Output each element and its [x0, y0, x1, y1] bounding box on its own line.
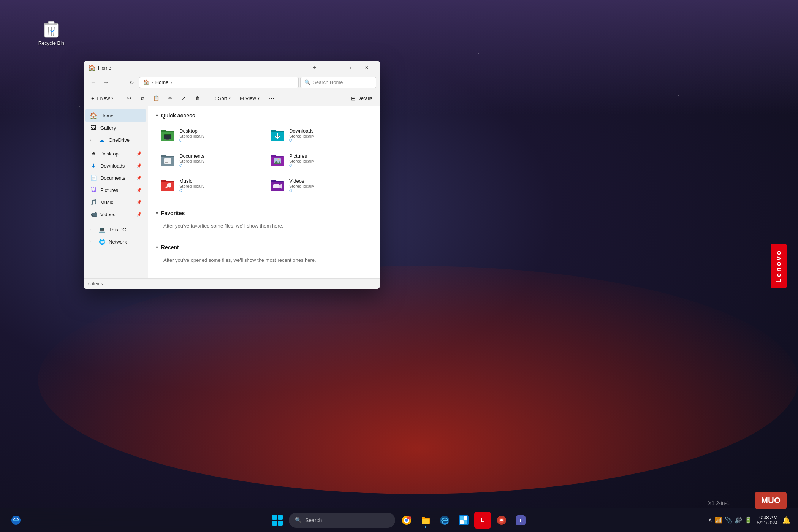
- start-button[interactable]: [269, 512, 286, 529]
- taskbar-store[interactable]: [455, 512, 472, 529]
- details-button[interactable]: ⊟ Details: [347, 92, 376, 104]
- view-button[interactable]: ⊞ View ▾: [236, 92, 263, 104]
- svg-rect-4: [164, 135, 171, 139]
- taskbar-teams[interactable]: T: [512, 512, 529, 529]
- home-icon: 🏠: [90, 112, 97, 119]
- svg-text:T: T: [519, 518, 522, 523]
- folder-item-music[interactable]: Music Stored locally ⬡: [156, 174, 263, 196]
- sidebar-item-this-pc[interactable]: › 💻 This PC: [85, 223, 146, 236]
- new-label: + New: [96, 95, 110, 101]
- forward-button[interactable]: →: [100, 77, 112, 88]
- share-button[interactable]: ↗: [178, 92, 190, 104]
- folder-icon-desktop: [160, 128, 175, 142]
- sidebar-item-network[interactable]: › 🌐 Network: [85, 236, 146, 248]
- sidebar-item-home[interactable]: 🏠 Home: [85, 109, 146, 122]
- paste-button[interactable]: 📋: [149, 92, 163, 104]
- taskbar-search-icon: 🔍: [295, 517, 302, 524]
- copy-button[interactable]: ⧉: [137, 92, 148, 104]
- favorites-header[interactable]: ▾ Favorites: [156, 210, 372, 216]
- new-tab-button[interactable]: +: [309, 62, 320, 73]
- x1-label: X1 2-in-1: [708, 500, 730, 506]
- quick-access-header[interactable]: ▾ Quick access: [156, 112, 372, 119]
- taskbar-chrome[interactable]: [398, 512, 415, 529]
- sidebar-item-pictures[interactable]: 🖼 Pictures 📌: [85, 184, 146, 196]
- more-button[interactable]: ···: [265, 92, 279, 104]
- taskbar-search-text: Search: [305, 517, 322, 523]
- up-button[interactable]: ↑: [113, 77, 125, 88]
- gallery-icon: 🖼: [90, 125, 97, 131]
- desktop: Recycle Bin 🏠 Home + — □ ✕ ← → ↑ ↻ 🏠 › H…: [0, 0, 798, 532]
- sort-icon: ↕: [214, 95, 217, 101]
- divider1: [156, 204, 372, 204]
- folder-name-downloads: Downloads: [289, 128, 314, 134]
- tb-sep2: [207, 94, 207, 103]
- taskbar-apps: L T: [398, 512, 529, 529]
- close-button[interactable]: ✕: [358, 61, 375, 74]
- sort-button[interactable]: ↕ Sort ▾: [210, 92, 234, 104]
- folder-subtitle-documents: Stored locally: [179, 159, 204, 163]
- more-icon: ···: [269, 95, 275, 102]
- taskbar-explorer[interactable]: [417, 512, 434, 529]
- sidebar-item-downloads[interactable]: ⬇ Downloads 📌: [85, 160, 146, 172]
- taskbar-app-red[interactable]: [493, 512, 510, 529]
- folder-item-documents[interactable]: Documents Stored locally ⬡: [156, 149, 263, 171]
- minimize-button[interactable]: —: [323, 61, 340, 74]
- wifi-icon[interactable]: 📶: [715, 516, 722, 524]
- edge-icon-left: [11, 515, 21, 526]
- new-chevron: ▾: [111, 96, 113, 100]
- title-bar: 🏠 Home + — □ ✕: [84, 61, 380, 74]
- cut-button[interactable]: ✂: [124, 92, 135, 104]
- system-clock[interactable]: 10:38 AM 5/21/2024: [757, 515, 777, 526]
- folder-info-documents: Documents Stored locally ⬡: [179, 153, 204, 167]
- sidebar-label-network: Network: [109, 239, 127, 245]
- documents-pin: 📌: [136, 176, 142, 180]
- sidebar-item-desktop[interactable]: 🖥 Desktop 📌: [85, 147, 146, 160]
- taskbar-center: 🔍 Search: [269, 512, 529, 529]
- explorer-taskbar-icon: [421, 515, 431, 525]
- recent-header[interactable]: ▾ Recent: [156, 244, 372, 250]
- folder-pin-desktop: ⬡: [179, 138, 204, 142]
- address-bar[interactable]: 🏠 › Home ›: [139, 77, 299, 88]
- folder-info-downloads: Downloads Stored locally ⬡: [289, 128, 314, 142]
- folder-item-videos[interactable]: Videos Stored locally ⬡: [266, 174, 372, 196]
- red-app-icon: [497, 515, 507, 525]
- recycle-bin[interactable]: Recycle Bin: [36, 19, 66, 46]
- svg-point-12: [166, 187, 168, 188]
- sidebar-label-home: Home: [100, 113, 114, 119]
- svg-rect-23: [460, 520, 464, 524]
- explorer-main: 🏠 Home 🖼 Gallery › ☁ OneDrive 🖥: [84, 106, 380, 278]
- notification-bell[interactable]: 🔔: [782, 516, 790, 524]
- sidebar-item-documents[interactable]: 📄 Documents 📌: [85, 172, 146, 184]
- sidebar-item-onedrive[interactable]: › ☁ OneDrive: [85, 134, 146, 146]
- volume-icon[interactable]: 🔊: [735, 516, 742, 524]
- paperclip-icon[interactable]: 📎: [725, 516, 732, 524]
- music-pin: 📌: [136, 200, 142, 205]
- taskbar-edge-left[interactable]: [8, 512, 24, 529]
- taskbar-search[interactable]: 🔍 Search: [289, 513, 395, 528]
- taskbar-edge[interactable]: [436, 512, 453, 529]
- search-box[interactable]: 🔍 Search Home: [300, 77, 376, 88]
- folder-item-pictures[interactable]: Pictures Stored locally ⬡: [266, 149, 372, 171]
- refresh-button[interactable]: ↻: [126, 77, 138, 88]
- folder-icon-videos-wrapper: [269, 177, 285, 193]
- folder-pin-pictures: ⬡: [289, 163, 314, 167]
- battery-icon[interactable]: 🔋: [744, 516, 752, 524]
- rename-button[interactable]: ✏: [165, 92, 176, 104]
- chevron-up-icon[interactable]: ∧: [708, 516, 712, 524]
- taskbar-lenovo-vantage[interactable]: L: [474, 512, 491, 529]
- teams-icon: T: [516, 515, 526, 525]
- folder-item-downloads[interactable]: Downloads Stored locally ⬡: [266, 124, 372, 146]
- sidebar-item-videos[interactable]: 📹 Videos 📌: [85, 208, 146, 220]
- folder-item-desktop[interactable]: Desktop Stored locally ⬡: [156, 124, 263, 146]
- new-button[interactable]: + + New ▾: [87, 92, 117, 104]
- maximize-button[interactable]: □: [340, 61, 358, 74]
- desktop-pin: 📌: [136, 151, 142, 156]
- address-home-icon: 🏠: [143, 79, 149, 85]
- title-bar-title: Home: [98, 65, 309, 71]
- sidebar-item-music[interactable]: 🎵 Music 📌: [85, 196, 146, 208]
- folder-icon-downloads-wrapper: [269, 127, 285, 143]
- delete-button[interactable]: 🗑: [191, 92, 204, 104]
- chrome-icon: [402, 515, 412, 525]
- sidebar-item-gallery[interactable]: 🖼 Gallery: [85, 122, 146, 134]
- back-button[interactable]: ←: [87, 77, 99, 88]
